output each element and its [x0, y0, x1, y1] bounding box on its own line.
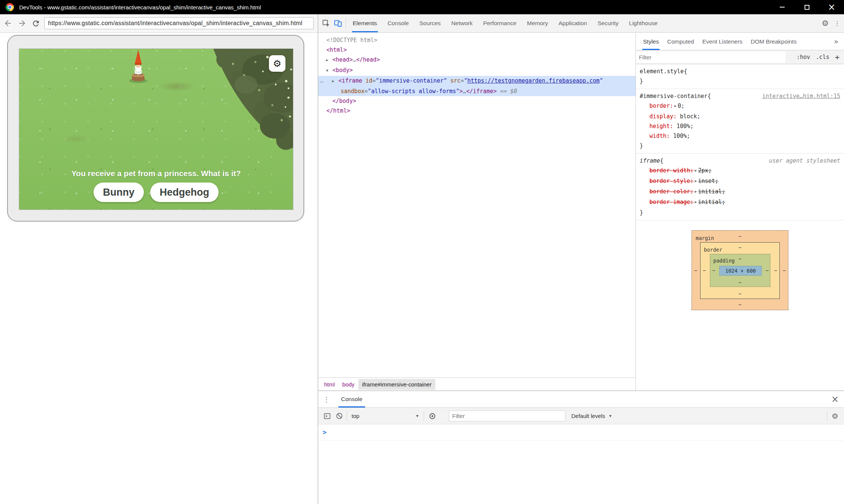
property-name[interactable]: border: [649, 103, 673, 109]
property-name[interactable]: border-image: [649, 199, 693, 205]
console-settings-button[interactable]: ⚙ [829, 410, 841, 422]
box-model-value[interactable]: − [738, 234, 741, 239]
execution-context-selector[interactable]: top ▼ [349, 413, 422, 419]
dom-tree-line[interactable]: <html> [318, 45, 636, 55]
breadcrumb-item[interactable]: html [320, 379, 338, 390]
clear-console-button[interactable] [333, 410, 345, 422]
console-prompt-row[interactable]: > [318, 424, 844, 441]
style-property[interactable]: display: block; [640, 112, 840, 121]
box-model-value[interactable]: − [738, 256, 741, 261]
property-value[interactable]: 2px; [698, 167, 711, 174]
live-expression-button[interactable] [426, 410, 438, 422]
dom-tree-line[interactable]: ▶<head>…</head> [318, 55, 636, 65]
property-value[interactable]: initial; [698, 188, 725, 195]
log-levels-selector[interactable]: Default levels ▼ [571, 413, 612, 419]
styles-tab-computed[interactable]: Computed [667, 33, 694, 50]
inspect-element-button[interactable] [320, 17, 332, 29]
reload-button[interactable] [30, 18, 41, 29]
forward-button[interactable] [17, 18, 28, 29]
drawer-close-button[interactable]: × [831, 394, 839, 404]
choice-button-hedgehog[interactable]: Hedgehog [150, 183, 219, 202]
box-model-value[interactable]: − [738, 302, 741, 307]
drawer-tab-console[interactable]: Console [339, 391, 364, 407]
devtools-tab-application[interactable]: Application [559, 14, 587, 32]
devtools-tab-console[interactable]: Console [388, 14, 409, 32]
device-toolbar-toggle[interactable] [332, 17, 344, 29]
expand-arrow-icon[interactable]: ▶ [695, 187, 697, 196]
element-classes-button[interactable]: .cls [816, 54, 829, 60]
devtools-tab-sources[interactable]: Sources [420, 14, 441, 32]
styles-tab-event-listeners[interactable]: Event Listeners [702, 33, 743, 50]
style-property[interactable]: border-style:▶inset; [640, 176, 840, 187]
toggle-element-state-button[interactable]: :hov [797, 54, 810, 60]
style-selector[interactable]: iframe [640, 156, 660, 166]
choice-button-bunny[interactable]: Bunny [94, 183, 144, 202]
styles-tab-styles[interactable]: Styles [643, 33, 659, 50]
console-filter-input[interactable] [449, 410, 565, 421]
style-selector[interactable]: #immersive-container [640, 91, 708, 101]
box-model-content[interactable]: 1024 × 600 [719, 266, 762, 276]
property-name[interactable]: display: [649, 113, 676, 120]
node-options-ellipsis[interactable]: … [320, 76, 323, 86]
property-value[interactable]: initial; [698, 199, 725, 205]
property-name[interactable]: width: [649, 133, 670, 139]
box-model-value[interactable]: − [774, 268, 777, 273]
property-value[interactable]: block; [680, 113, 700, 120]
property-value[interactable]: 100%; [676, 123, 693, 130]
devtools-tab-security[interactable]: Security [598, 14, 619, 32]
close-button[interactable]: × [819, 0, 844, 14]
minimize-button[interactable] [770, 0, 794, 14]
expand-arrow-icon[interactable]: ▶ [695, 176, 697, 186]
style-property[interactable]: border:▶0; [640, 101, 840, 112]
style-property[interactable]: width: 100%; [640, 131, 840, 141]
devtools-tab-performance[interactable]: Performance [483, 14, 516, 32]
property-value[interactable]: 0; [678, 103, 684, 109]
dom-tree-line[interactable]: sandbox="allow-scripts allow-forms">…</i… [318, 86, 636, 96]
stylesheet-source-link[interactable]: interactive…him.html:15 [759, 91, 840, 101]
expand-arrow-icon[interactable]: ▶ [674, 101, 676, 111]
dom-tree-line[interactable]: </body> [318, 96, 636, 106]
property-value[interactable]: inset; [698, 178, 718, 184]
property-value[interactable]: 100%; [673, 133, 690, 139]
property-name[interactable]: border-style: [649, 178, 693, 184]
new-style-rule-button[interactable]: + [835, 53, 839, 62]
devtools-tab-network[interactable]: Network [451, 14, 473, 32]
box-model-value[interactable]: − [694, 268, 697, 273]
devtools-settings-button[interactable]: ⚙ [819, 17, 831, 29]
style-property[interactable]: border-color:▶initial; [640, 187, 840, 197]
url-bar[interactable] [44, 17, 314, 29]
expand-arrow-icon[interactable]: ▶ [695, 197, 697, 207]
dom-tree-line[interactable]: </html> [318, 106, 636, 116]
dom-tree-line[interactable]: …▶<iframe id="immersive-container" src="… [318, 76, 636, 86]
styles-tab-dom-breakpoints[interactable]: DOM Breakpoints [751, 33, 797, 50]
devtools-tab-lighthouse[interactable]: Lighthouse [629, 14, 658, 32]
style-property[interactable]: border-width:▶2px; [640, 166, 840, 176]
breadcrumb-item[interactable]: iframe#immersive-container [358, 379, 435, 390]
game-settings-button[interactable]: ⚙ [269, 55, 285, 72]
property-name[interactable]: border-width: [649, 167, 693, 174]
more-tabs-icon[interactable]: » [831, 38, 841, 45]
box-model-value[interactable]: − [738, 280, 741, 285]
property-name[interactable]: height: [649, 123, 673, 130]
box-model-value[interactable]: − [783, 268, 786, 273]
styles-filter-input[interactable] [636, 51, 785, 63]
devtools-tab-elements[interactable]: Elements [353, 14, 377, 32]
dom-tree-line[interactable]: <!DOCTYPE html> [318, 35, 636, 45]
devtools-tab-memory[interactable]: Memory [527, 14, 548, 32]
drawer-menu-button[interactable]: ⋮ [318, 395, 335, 403]
box-model-value[interactable]: − [703, 268, 706, 273]
style-property[interactable]: border-image:▶initial; [640, 197, 840, 208]
style-property[interactable]: height: 100%; [640, 121, 840, 131]
breadcrumb-item[interactable]: body [338, 379, 358, 390]
back-button[interactable] [2, 18, 14, 29]
style-selector[interactable]: element.style [640, 66, 684, 76]
box-model-value[interactable]: − [712, 268, 715, 273]
expand-arrow-icon[interactable]: ▶ [695, 166, 697, 175]
box-model-value[interactable]: − [738, 245, 741, 250]
maximize-button[interactable] [794, 0, 819, 14]
devtools-menu-button[interactable]: ⋮ [831, 17, 843, 29]
dom-tree-line[interactable]: ▼<body> [318, 65, 636, 76]
property-name[interactable]: border-color: [649, 188, 693, 195]
box-model-value[interactable]: − [765, 268, 769, 273]
box-model-value[interactable]: − [738, 291, 741, 296]
